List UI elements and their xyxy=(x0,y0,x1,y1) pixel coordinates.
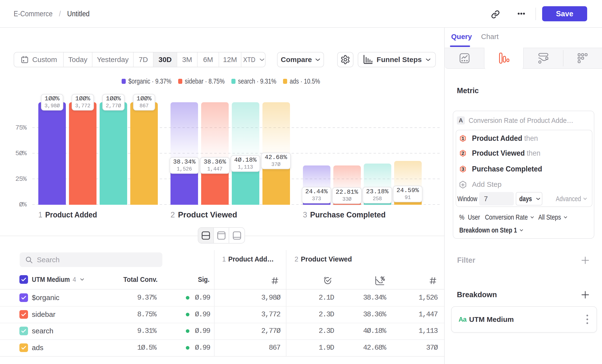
svg-text:2: 2 xyxy=(462,150,464,156)
svg-text:3: 3 xyxy=(462,166,464,172)
svg-text:1: 1 xyxy=(462,136,464,141)
